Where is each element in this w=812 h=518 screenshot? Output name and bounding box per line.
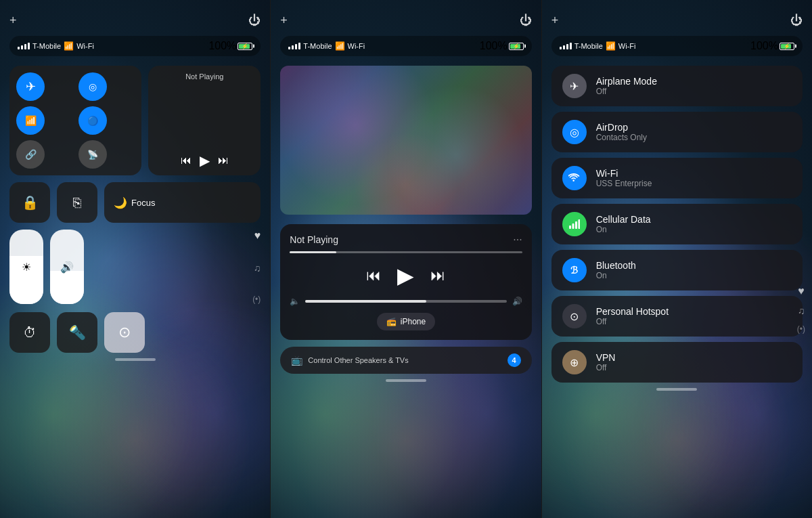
charging-icon-2: ⚡ — [513, 43, 520, 49]
power-button-1[interactable]: ⏻ — [248, 14, 261, 28]
airdrop-label: AirDrop — [596, 122, 647, 133]
airplane-mode-text: Airplane Mode Off — [596, 76, 657, 96]
expanded-item-bluetooth[interactable]: ℬ Bluetooth On — [551, 250, 803, 290]
wifi-exp-text: Wi-Fi USS Enterprise — [596, 168, 652, 188]
media-controls: ⏮ ▶ ⏭ — [155, 152, 254, 169]
music-note-icon-3: ♫ — [798, 305, 805, 316]
panel-1-control-center: + ⏻ T-Mobile 📶 Wi-Fi 100% ⚡ — [0, 0, 270, 518]
cellular-btn[interactable]: 📡 — [78, 140, 107, 169]
airdrop-text: AirDrop Contacts Only — [596, 122, 647, 142]
status-left-1: T-Mobile 📶 Wi-Fi — [18, 41, 94, 51]
wifi-btn[interactable]: 📶 — [16, 106, 45, 135]
cellular-exp-sublabel: On — [596, 225, 651, 234]
control-other-bar[interactable]: 📺 Control Other Speakers & TVs 4 — [280, 347, 531, 374]
home-indicator-3 — [656, 388, 697, 391]
panel-2-now-playing: + ⏻ T-Mobile 📶 Wi-Fi 100% ⚡ — [271, 0, 541, 518]
forward-btn-1[interactable]: ⏭ — [218, 154, 229, 167]
timer-btn[interactable]: ⏱ — [9, 312, 50, 353]
rotation-lock-btn[interactable]: 🔒 — [9, 182, 50, 223]
charging-icon-3: ⚡ — [784, 43, 790, 49]
bluetooth-btn[interactable]: 🔵 — [78, 106, 107, 135]
expanded-item-airdrop[interactable]: ◎ AirDrop Contacts Only — [551, 112, 803, 152]
expanded-item-vpn[interactable]: ⊕ VPN Off — [551, 342, 803, 383]
volume-slider[interactable]: 🔊 — [50, 230, 84, 304]
now-playing-card: Not Playing ··· ⏮ ▶ ⏭ 🔈 🔊 📻 iPhone — [280, 224, 531, 340]
brightness-slider[interactable]: ☀ — [9, 230, 43, 304]
progress-bar[interactable] — [290, 251, 522, 253]
vpn-exp-label: VPN — [596, 352, 616, 363]
battery-indicator-1: 100% ⚡ — [208, 40, 252, 52]
bluetooth-exp-label: Bluetooth — [596, 260, 636, 271]
battery-pct-3: 100% — [750, 40, 778, 52]
svg-rect-2 — [575, 221, 577, 229]
flashlight-btn[interactable]: 🔦 — [57, 312, 97, 353]
airplay-btn[interactable]: 📻 iPhone — [377, 313, 435, 330]
focus-btn[interactable]: 🌙 Focus — [104, 182, 261, 223]
signal-strength-3 — [560, 43, 572, 49]
status-left-3: T-Mobile 📶 Wi-Fi — [560, 41, 636, 51]
volume-track[interactable] — [305, 300, 506, 303]
moon-icon: 🌙 — [114, 196, 127, 209]
expanded-controls-list: ✈ Airplane Mode Off ◎ AirDrop Contacts O… — [551, 66, 803, 383]
wifi-exp-sublabel: USS Enterprise — [596, 179, 652, 188]
svg-rect-0 — [569, 225, 571, 229]
play-btn-2[interactable]: ▶ — [397, 263, 414, 288]
row-2: 🔒 ⎘ 🌙 Focus — [9, 182, 261, 223]
airdrop-icon: ◎ — [562, 120, 587, 144]
svg-rect-1 — [572, 223, 574, 229]
airplane-mode-sublabel: Off — [596, 87, 657, 96]
bluetooth-circle-icon: ℬ — [562, 258, 587, 282]
battery-body-2: ⚡ — [509, 43, 524, 50]
rewind-btn-1[interactable]: ⏮ — [181, 154, 191, 167]
battery-body-3: ⚡ — [780, 43, 794, 50]
wifi-label-3: Wi-Fi — [618, 42, 636, 50]
wifi-circle-icon — [562, 166, 587, 190]
volume-fill — [50, 271, 84, 305]
hotspot-circle-icon: ⊙ — [562, 304, 587, 328]
wifi-icon-1: 📶 — [64, 41, 74, 51]
np-more-btn[interactable]: ··· — [513, 234, 522, 246]
airplane-mode-btn[interactable]: ✈ — [16, 72, 45, 101]
add-button-1[interactable]: + — [9, 14, 17, 28]
vol-high-icon: 🔊 — [512, 297, 522, 306]
wifi-label-2: Wi-Fi — [348, 42, 365, 50]
airdrop-btn[interactable]: ◎ — [78, 72, 107, 101]
expanded-item-hotspot[interactable]: ⊙ Personal Hotspot Off — [551, 296, 803, 337]
volume-bar-row: 🔈 🔊 — [290, 297, 522, 306]
forward-btn-2[interactable]: ⏭ — [430, 267, 445, 284]
home-indicator-2 — [386, 379, 426, 382]
row-3-sliders: ☀ 🔊 ♥ ♫ (•) — [9, 230, 261, 304]
expanded-item-wifi[interactable]: Wi-Fi USS Enterprise — [551, 158, 803, 198]
signal-3: (•) — [797, 324, 805, 334]
wifi-label-1: Wi-Fi — [76, 42, 94, 50]
screen-mirror-btn[interactable]: ⎘ — [57, 182, 97, 223]
carrier-name-3: T-Mobile — [574, 42, 603, 50]
airplane-mode-label: Airplane Mode — [596, 76, 657, 87]
brightness-icon: ☀ — [22, 261, 31, 274]
airplay-icon: 📻 — [386, 317, 397, 326]
hotspot-exp-text: Personal Hotspot Off — [596, 306, 669, 326]
add-button-2[interactable]: + — [280, 14, 288, 28]
add-button-3[interactable]: + — [551, 14, 559, 28]
power-button-3[interactable]: ⏻ — [790, 14, 803, 28]
bluetooth-exp-text: Bluetooth On — [596, 260, 636, 280]
panel-3-expanded: + ⏻ T-Mobile 📶 Wi-Fi 100% ⚡ — [542, 0, 812, 518]
chain-btn[interactable]: 🔗 — [16, 140, 45, 169]
heart-btn[interactable]: ♥ — [91, 230, 261, 242]
music-note-icon: ♫ — [91, 263, 261, 274]
heart-icon-3[interactable]: ♥ — [798, 285, 805, 297]
accessibility-btn[interactable]: ⊙ — [104, 312, 145, 353]
expanded-item-airplane-mode[interactable]: ✈ Airplane Mode Off — [551, 66, 803, 106]
airplay-device-label: iPhone — [401, 317, 426, 326]
rewind-btn-2[interactable]: ⏮ — [366, 267, 381, 284]
top-bar-3: + ⏻ — [551, 14, 803, 28]
battery-indicator-2: 100% ⚡ — [480, 40, 524, 52]
play-btn-1[interactable]: ▶ — [200, 152, 210, 169]
cellular-exp-text: Cellular Data On — [596, 214, 651, 234]
bluetooth-exp-sublabel: On — [596, 271, 636, 280]
expanded-item-cellular[interactable]: Cellular Data On — [551, 204, 803, 244]
status-left-2: T-Mobile 📶 Wi-Fi — [288, 41, 365, 51]
co-label: Control Other Speakers & TVs — [308, 356, 408, 364]
power-button-2[interactable]: ⏻ — [520, 14, 532, 28]
signal-strength-1 — [18, 43, 30, 49]
